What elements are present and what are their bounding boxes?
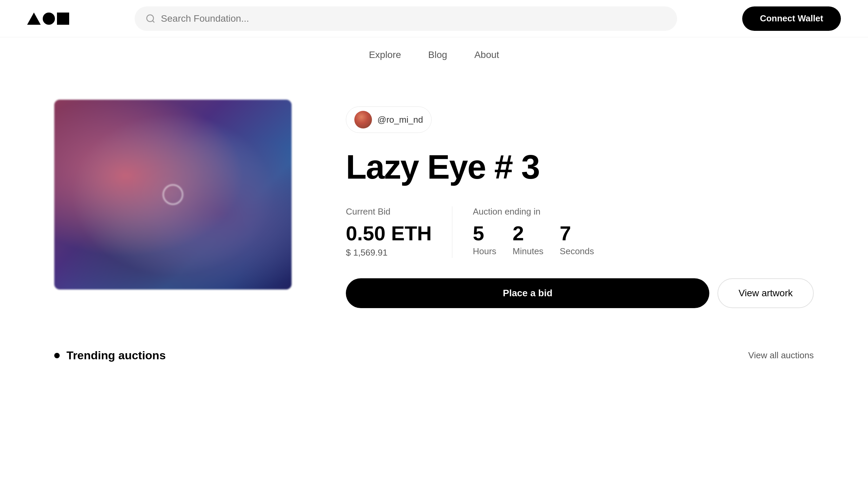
artwork-loader-icon — [163, 185, 183, 205]
svg-point-0 — [146, 14, 153, 21]
view-all-auctions-link[interactable]: View all auctions — [748, 350, 814, 360]
auction-ending-label: Auction ending in — [473, 207, 594, 217]
timer-minutes: 2 Minutes — [513, 222, 544, 257]
nav-item-about[interactable]: About — [474, 50, 499, 60]
nav-item-explore[interactable]: Explore — [369, 50, 401, 60]
nft-info: @ro_mi_nd Lazy Eye # 3 Current Bid 0.50 … — [346, 100, 814, 308]
main-nav: Explore Blog About — [0, 37, 868, 73]
bid-section: Current Bid 0.50 ETH $ 1,569.91 — [346, 207, 452, 258]
seconds-value: 7 — [560, 222, 571, 245]
main-content: @ro_mi_nd Lazy Eye # 3 Current Bid 0.50 … — [0, 73, 868, 335]
logo-square-icon — [57, 12, 69, 25]
bid-eth-amount: 0.50 ETH — [346, 222, 432, 245]
nft-title: Lazy Eye # 3 — [346, 149, 814, 185]
place-bid-button[interactable]: Place a bid — [346, 278, 709, 308]
logo[interactable] — [27, 12, 69, 25]
trending-label: Trending auctions — [66, 349, 166, 362]
search-input-wrapper — [135, 7, 677, 31]
hours-value: 5 — [473, 222, 484, 245]
current-bid-label: Current Bid — [346, 207, 432, 217]
nav-item-blog[interactable]: Blog — [428, 50, 447, 60]
auction-section: Auction ending in 5 Hours 2 Minutes 7 Se… — [452, 207, 594, 258]
logo-circle-icon — [43, 12, 55, 25]
artwork-image — [54, 100, 292, 290]
search-container — [135, 7, 677, 31]
header: Connect Wallet — [0, 0, 868, 37]
action-buttons: Place a bid View artwork — [346, 278, 814, 308]
minutes-label: Minutes — [513, 246, 544, 257]
hours-label: Hours — [473, 246, 496, 257]
search-input[interactable] — [161, 13, 666, 24]
timer-hours: 5 Hours — [473, 222, 496, 257]
logo-shapes — [27, 12, 69, 25]
artwork-container — [54, 100, 292, 290]
trending-left: Trending auctions — [54, 349, 166, 362]
trending-dot-icon — [54, 353, 60, 358]
trending-section: Trending auctions View all auctions — [0, 335, 868, 362]
logo-triangle-icon — [27, 12, 41, 25]
view-artwork-button[interactable]: View artwork — [717, 278, 814, 308]
minutes-value: 2 — [513, 222, 524, 245]
artist-badge[interactable]: @ro_mi_nd — [346, 106, 432, 133]
connect-wallet-button[interactable]: Connect Wallet — [742, 7, 841, 31]
artist-handle: @ro_mi_nd — [378, 115, 423, 125]
timer-seconds: 7 Seconds — [560, 222, 594, 257]
search-icon — [145, 13, 156, 24]
timer-row: 5 Hours 2 Minutes 7 Seconds — [473, 222, 594, 257]
avatar — [354, 111, 372, 128]
seconds-label: Seconds — [560, 246, 594, 257]
bid-auction-row: Current Bid 0.50 ETH $ 1,569.91 Auction … — [346, 207, 814, 258]
bid-usd-amount: $ 1,569.91 — [346, 248, 432, 258]
svg-line-1 — [152, 20, 154, 22]
